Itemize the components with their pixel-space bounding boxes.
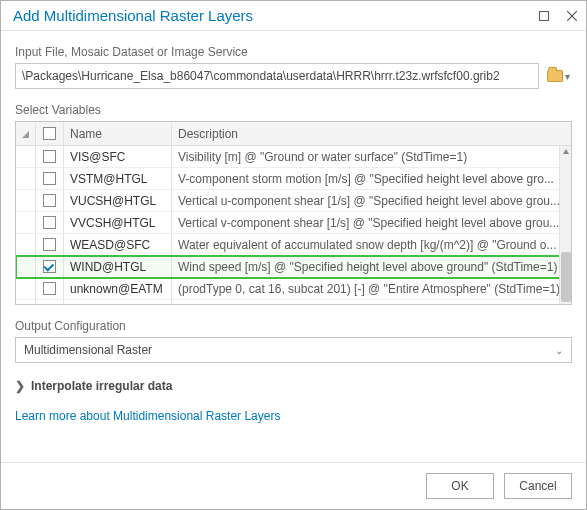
checkbox-icon (43, 260, 56, 273)
scroll-up-icon (562, 148, 570, 156)
maximize-button[interactable] (530, 2, 558, 30)
row-name: WEASD@SFC (64, 234, 172, 255)
row-checkbox-cell[interactable] (36, 278, 64, 299)
table-row[interactable]: WIND@HTGLWind speed [m/s] @ "Specified h… (16, 256, 571, 278)
row-handle (16, 234, 36, 255)
row-name: VUCSH@HTGL (64, 190, 172, 211)
window-title: Add Multidimensional Raster Layers (13, 7, 530, 24)
svg-rect-0 (540, 11, 549, 20)
checkbox-icon (43, 194, 56, 207)
row-checkbox-cell[interactable] (36, 234, 64, 255)
table-row[interactable]: VIS@SFCVisibility [m] @ "Ground or water… (16, 146, 571, 168)
checkbox-icon (43, 216, 56, 229)
row-handle (16, 300, 36, 304)
input-label: Input File, Mosaic Dataset or Image Serv… (15, 45, 572, 59)
table-body: VIS@SFCVisibility [m] @ "Ground or water… (16, 146, 571, 304)
header-check[interactable] (36, 122, 64, 145)
row-handle (16, 278, 36, 299)
variables-label: Select Variables (15, 103, 572, 117)
checkbox-icon (43, 150, 56, 163)
table-row[interactable]: VSTM@HTGLV-component storm motion [m/s] … (16, 168, 571, 190)
row-checkbox-cell[interactable] (36, 256, 64, 277)
row-checkbox-cell[interactable] (36, 212, 64, 233)
row-checkbox-cell[interactable] (36, 190, 64, 211)
table-row[interactable]: unknown@SFC(prodType 2, cat 0, subcat 23… (16, 300, 571, 304)
row-handle (16, 256, 36, 277)
checkbox-icon (43, 172, 56, 185)
row-description: (prodType 2, cat 0, subcat 231) [-] @ "G… (172, 300, 571, 304)
cancel-button[interactable]: Cancel (504, 473, 572, 499)
input-path-field[interactable]: \Packages\Hurricane_Elsa_b86047\commonda… (15, 63, 539, 89)
row-description: Vertical u-component shear [1/s] @ "Spec… (172, 190, 571, 211)
variables-table: Name Description VIS@SFCVisibility [m] @… (15, 121, 572, 305)
dialog-footer: OK Cancel (1, 462, 586, 509)
row-checkbox-cell[interactable] (36, 146, 64, 167)
ok-button[interactable]: OK (426, 473, 494, 499)
table-row[interactable]: unknown@EATM(prodType 0, cat 16, subcat … (16, 278, 571, 300)
row-name: VSTM@HTGL (64, 168, 172, 189)
chevron-down-icon: ▾ (565, 71, 570, 82)
interpolate-accordion[interactable]: ❯ Interpolate irregular data (15, 379, 572, 393)
dialog-content: Input File, Mosaic Dataset or Image Serv… (1, 31, 586, 462)
chevron-down-icon: ⌄ (555, 345, 563, 356)
scrollbar-thumb[interactable] (561, 252, 571, 302)
vertical-scrollbar[interactable] (559, 146, 571, 304)
row-description: Water equivalent of accumulated snow dep… (172, 234, 571, 255)
table-row[interactable]: VVCSH@HTGLVertical v-component shear [1/… (16, 212, 571, 234)
dialog-window: Add Multidimensional Raster Layers Input… (0, 0, 587, 510)
row-description: V-component storm motion [m/s] @ "Specif… (172, 168, 571, 189)
row-description: Wind speed [m/s] @ "Specified height lev… (172, 256, 571, 277)
input-path-value: \Packages\Hurricane_Elsa_b86047\commonda… (22, 69, 500, 83)
folder-icon (547, 70, 563, 82)
row-handle (16, 212, 36, 233)
row-description: Visibility [m] @ "Ground or water surfac… (172, 146, 571, 167)
row-handle (16, 146, 36, 167)
row-name: VVCSH@HTGL (64, 212, 172, 233)
header-name[interactable]: Name (64, 122, 172, 145)
close-button[interactable] (558, 2, 586, 30)
checkbox-icon (43, 127, 56, 140)
row-name: WIND@HTGL (64, 256, 172, 277)
row-checkbox-cell[interactable] (36, 168, 64, 189)
output-config-value: Multidimensional Raster (24, 343, 152, 357)
row-checkbox-cell[interactable] (36, 300, 64, 304)
output-config-select[interactable]: Multidimensional Raster ⌄ (15, 337, 572, 363)
table-row[interactable]: VUCSH@HTGLVertical u-component shear [1/… (16, 190, 571, 212)
checkbox-icon (43, 282, 56, 295)
learn-more-link[interactable]: Learn more about Multidimensional Raster… (15, 409, 572, 423)
svg-marker-4 (563, 149, 569, 154)
table-row[interactable]: WEASD@SFCWater equivalent of accumulated… (16, 234, 571, 256)
browse-button[interactable]: ▾ (545, 68, 572, 84)
row-handle (16, 190, 36, 211)
header-description[interactable]: Description (172, 122, 571, 145)
accordion-label: Interpolate irregular data (31, 379, 172, 393)
row-description: Vertical v-component shear [1/s] @ "Spec… (172, 212, 571, 233)
table-header: Name Description (16, 122, 571, 146)
header-corner[interactable] (16, 122, 36, 145)
checkbox-icon (43, 238, 56, 251)
chevron-right-icon: ❯ (15, 379, 25, 393)
row-description: (prodType 0, cat 16, subcat 201) [-] @ "… (172, 278, 571, 299)
output-label: Output Configuration (15, 319, 572, 333)
svg-marker-3 (22, 130, 29, 138)
row-name: VIS@SFC (64, 146, 172, 167)
row-name: unknown@SFC (64, 300, 172, 304)
row-handle (16, 168, 36, 189)
row-name: unknown@EATM (64, 278, 172, 299)
titlebar: Add Multidimensional Raster Layers (1, 1, 586, 31)
